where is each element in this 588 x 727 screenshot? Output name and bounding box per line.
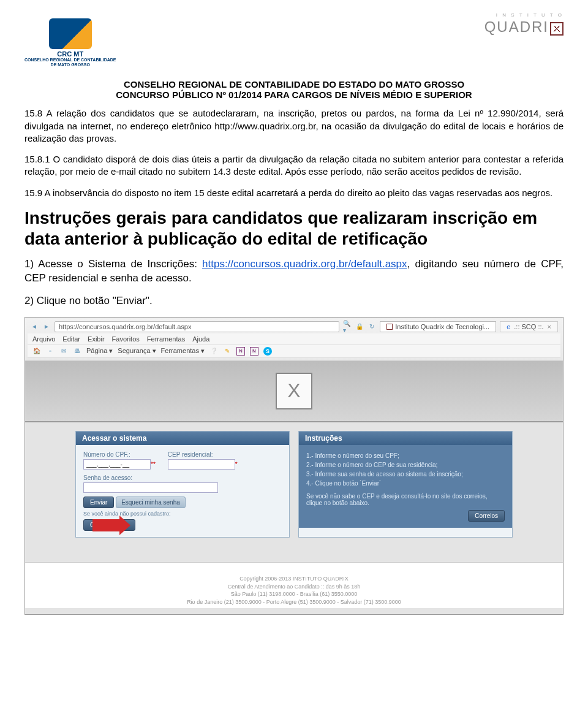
skype-icon[interactable]: S: [263, 347, 272, 356]
forward-icon[interactable]: ►: [42, 322, 51, 331]
instr-item-4: 4.- Clique no botão `Enviar`: [306, 479, 505, 488]
quadrix-logo: I N S T I T U T O QUADRI: [484, 18, 564, 36]
quadrix-x-icon: [550, 22, 564, 36]
step-1: 1) Acesse o Sistema de Inscrições: https…: [24, 257, 564, 286]
menu-exibir[interactable]: Exibir: [88, 335, 105, 343]
onenote-icon[interactable]: N: [236, 347, 245, 356]
cep-required: *: [235, 461, 238, 468]
section-heading: Instruções gerais para candidatos que re…: [24, 208, 564, 249]
pencil-icon[interactable]: ✎: [223, 347, 232, 356]
cpf-label: Número do CPF.:: [83, 451, 156, 458]
menu-ferramentas[interactable]: Ferramentas: [147, 335, 185, 343]
browser-menu-bar: Arquivo Editar Exibir Favoritos Ferramen…: [28, 333, 560, 345]
red-arrow-icon: [92, 519, 122, 531]
tab-quadrix[interactable]: Instituto Quadrix de Tecnologi...: [380, 321, 496, 332]
page-footer: Copyright 2006-2013 INSTITUTO QUADRIX Ce…: [25, 562, 563, 608]
browser-chrome: ◄ ► https://concursos.quadrix.org.br/def…: [25, 318, 563, 361]
print-icon[interactable]: 🖶: [73, 347, 81, 356]
toolbar-seguranca[interactable]: Segurança ▾: [118, 347, 156, 355]
quadrix-inst: I N S T I T U T O: [496, 12, 564, 18]
footer-l1: Copyright 2006-2013 INSTITUTO QUADRIX: [25, 575, 563, 583]
cpf-input[interactable]: [83, 459, 151, 470]
tab-scq-label: .:: SCQ ::.: [514, 323, 543, 330]
footer-l4: Rio de Janeiro (21) 3500.9000 - Porto Al…: [25, 598, 563, 606]
toolbar-pagina[interactable]: Página ▾: [86, 347, 113, 355]
search-icon[interactable]: 🔍 ▾: [343, 322, 352, 331]
title-line2: CONCURSO PÚBLICO Nº 01/2014 PARA CARGOS …: [24, 89, 564, 100]
cep-label: CEP residencial:: [168, 451, 238, 458]
step-1-pre: 1) Acesse o Sistema de Inscrições:: [24, 258, 202, 270]
crc-logo-text: CRC MT: [57, 50, 83, 58]
menu-favoritos[interactable]: Favoritos: [112, 335, 140, 343]
enviar-button[interactable]: Enviar: [83, 497, 114, 508]
paragraph-15-8: 15.8 A relação dos candidatos que se aut…: [24, 107, 564, 145]
instr-item-3: 3.- Informe sua senha de acesso ao siste…: [306, 470, 505, 479]
tab-close-icon[interactable]: ×: [548, 323, 551, 330]
sem-cadastro-label: Se você ainda não possui cadastro:: [83, 511, 282, 517]
cpf-required: **: [151, 461, 156, 468]
menu-editar[interactable]: Editar: [62, 335, 80, 343]
refresh-icon[interactable]: ↻: [368, 322, 376, 331]
login-panel-title: Acessar o sistema: [76, 432, 289, 445]
cep-input[interactable]: [168, 459, 235, 470]
senha-input[interactable]: [83, 482, 218, 493]
menu-arquivo[interactable]: Arquivo: [32, 335, 55, 343]
senha-label: Senha de acesso:: [83, 474, 282, 481]
feeds-icon[interactable]: ▫: [46, 347, 55, 356]
document-header: CRC MT CONSELHO REGIONAL DE CONTABILIDAD…: [24, 18, 564, 67]
tab-scq[interactable]: e.:: SCQ ::.×: [500, 321, 558, 332]
instr-item-1: 1.- Informe o número do seu CPF;: [306, 451, 505, 460]
crc-logo-icon: [49, 18, 92, 49]
lock-icon: 🔒: [355, 322, 364, 331]
home-icon[interactable]: 🏠: [32, 347, 41, 356]
crc-logo-sub2: DE MATO GROSSO: [51, 63, 90, 67]
back-icon[interactable]: ◄: [30, 322, 39, 331]
quadrix-text: QUADRI: [484, 18, 549, 36]
menu-ajuda[interactable]: Ajuda: [192, 335, 209, 343]
tab-scq-icon: e: [507, 323, 510, 330]
document-title: CONSELHO REGIONAL DE CONTABILIDADE DO ES…: [24, 79, 564, 100]
help-icon[interactable]: ❔: [209, 347, 218, 356]
crc-logo-sub1: CONSELHO REGIONAL DE CONTABILIDADE: [24, 58, 116, 63]
instructions-panel-title: Instruções: [299, 432, 512, 445]
instr-item-2: 2.- Informe o número do CEP de sua resid…: [306, 460, 505, 470]
address-bar[interactable]: https://concursos.quadrix.org.br/default…: [55, 321, 339, 332]
step-2: 2) Clique no botão "Enviar".: [24, 294, 564, 308]
browser-toolbar: 🏠 ▫ ✉ 🖶 Página ▾ Segurança ▾ Ferramentas…: [28, 345, 560, 358]
tab-favicon-icon: [386, 324, 393, 330]
esqueci-senha-button[interactable]: Esqueci minha senha: [116, 497, 186, 508]
paragraph-15-8-1: 15.8.1 O candidato disporá de dois dias …: [24, 153, 564, 178]
browser-screenshot: ◄ ► https://concursos.quadrix.org.br/def…: [24, 317, 564, 615]
instructions-panel: Instruções 1.- Informe o número do seu C…: [298, 431, 513, 538]
crc-logo: CRC MT CONSELHO REGIONAL DE CONTABILIDAD…: [24, 18, 116, 67]
footer-l2: Central de Atendimento ao Candidato :: d…: [25, 583, 563, 591]
inscriptions-link[interactable]: https://concursos.quadrix.org.br/default…: [202, 258, 407, 270]
mail-icon[interactable]: ✉: [59, 347, 68, 356]
page-body: X Acessar o sistema Número do CPF.: ** C…: [25, 361, 563, 614]
cep-note: Se você não sabe o CEP e deseja consultá…: [306, 493, 505, 506]
toolbar-ferramentas[interactable]: Ferramentas ▾: [161, 347, 205, 355]
banner-logo-icon: X: [276, 373, 312, 409]
title-line1: CONSELHO REGIONAL DE CONTABILIDADE DO ES…: [24, 79, 564, 89]
correios-button[interactable]: Correios: [468, 510, 505, 522]
paragraph-15-9: 15.9 A inobservância do disposto no item…: [24, 187, 564, 199]
footer-l3: São Paulo (11) 3198.0000 - Brasília (61)…: [25, 590, 563, 598]
banner: X: [25, 361, 563, 422]
tab-quadrix-label: Instituto Quadrix de Tecnologi...: [395, 323, 489, 330]
notes-icon[interactable]: N: [250, 347, 258, 356]
